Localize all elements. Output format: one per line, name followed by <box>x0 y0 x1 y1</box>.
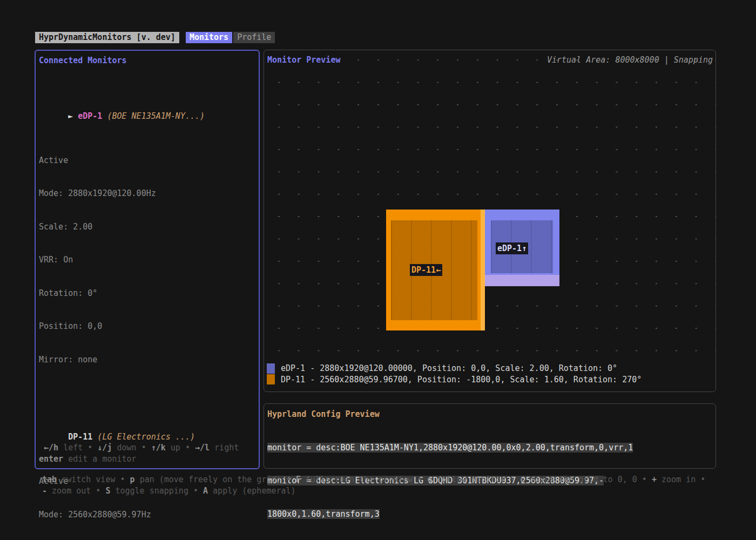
keybind-key: - <box>42 486 47 496</box>
keybind-key: A <box>203 486 208 496</box>
edp1-rotation-arrow-icon: ↑ <box>522 244 526 253</box>
monitor-mode: Mode: 2880x1920@120.00Hz <box>39 188 259 199</box>
monitor-rotation: Rotation: 0° <box>39 288 259 299</box>
dp11-label-name: DP-11 <box>411 265 436 275</box>
separator-bullet: • <box>185 443 190 453</box>
keybind-help-row-2: - zoom out • S toggle snapping • A apply… <box>42 485 724 497</box>
hyprland-config-panel: Hyprland Config Preview monitor = desc:B… <box>264 403 716 469</box>
keybind-desc: apply (ephemeral) <box>213 486 296 496</box>
separator-bullet: • <box>700 475 705 484</box>
monitor-list-item-dp11[interactable]: DP-11 (LG Electronics ...) Active Mode: … <box>39 399 259 540</box>
keybind-help-row-navigation: ←/h left • ↓/j down • ↑/k up • →/l right <box>39 442 255 454</box>
keybind-desc: pan (move freely on the grid) <box>140 475 281 484</box>
tab-monitors[interactable]: Monitors <box>186 32 232 43</box>
separator-bullet: • <box>193 486 198 496</box>
keybind-key: →/l <box>195 443 210 453</box>
monitor-scale: Scale: 2.00 <box>39 221 259 233</box>
keybind-key: S <box>105 486 110 496</box>
monitor-description: (LG Electronics ...) <box>92 432 195 442</box>
legend-text: DP-11 - 2560x2880@59.96700, Position: -1… <box>281 374 642 386</box>
monitor-mirror: Mirror: none <box>39 354 259 366</box>
keybind-key: c <box>520 475 525 484</box>
keybind-desc: left <box>63 443 83 453</box>
keybind-key: F <box>296 475 301 484</box>
connected-monitors-panel: Connected Monitors ► eDP-1 (BOE NE135A1M… <box>35 50 260 469</box>
separator-bullet: • <box>87 443 92 453</box>
keybind-key: p <box>130 475 135 484</box>
keybind-desc: fullscreen the preview <box>306 475 413 484</box>
edp1-label-name: eDP-1 <box>497 244 522 253</box>
keybind-key: ↓/j <box>97 443 112 453</box>
separator-bullet: • <box>642 475 647 484</box>
edp1-color-swatch-icon <box>267 363 275 374</box>
legend-row-edp1: eDP-1 - 2880x1920@120.00000, Position: 0… <box>267 363 642 374</box>
dp11-color-swatch-icon <box>267 374 275 384</box>
config-line-text: monitor = desc:BOE NE135A1M-NY1,2880x192… <box>267 443 633 453</box>
keybind-key: ↑/k <box>151 443 166 453</box>
keybind-desc: toggle snapping <box>115 486 188 496</box>
keybind-desc: edit a monitor <box>68 454 136 464</box>
keybind-key: tab <box>42 475 57 484</box>
separator-bullet: • <box>510 475 515 484</box>
keybind-desc: down <box>117 443 136 453</box>
preview-monitor-edp1[interactable]: eDP-1↑ <box>485 210 559 286</box>
separator-bullet: • <box>141 443 146 453</box>
separator-bullet: • <box>120 475 125 484</box>
monitor-list-keybind-help: ←/h left • ↓/j down • ↑/k up • →/l right… <box>39 442 255 464</box>
keybind-key: enter <box>39 454 63 464</box>
connected-monitors-title: Connected Monitors <box>39 55 259 66</box>
keybind-help-row-enter: enter edit a monitor <box>39 454 255 465</box>
monitor-list-item-edp1[interactable]: ► eDP-1 (BOE NE135A1M-NY...) Active Mode… <box>39 77 259 387</box>
monitor-name: DP-11 <box>68 432 92 442</box>
monitor-preview-title: Monitor Preview <box>267 55 340 66</box>
preview-monitor-dp11[interactable]: DP-11← <box>386 210 485 330</box>
separator-bullet: • <box>417 475 422 484</box>
keybind-key: ←/h <box>44 443 58 453</box>
config-panel-title: Hyprland Config Preview <box>267 409 716 420</box>
separator-bullet: • <box>96 486 100 496</box>
preview-legend: eDP-1 - 2880x1920@120.00000, Position: 0… <box>267 363 642 385</box>
monitor-mode: Mode: 2560x2880@59.97Hz <box>39 509 259 521</box>
config-line: 1800x0,1.60,transform,3 <box>267 509 716 520</box>
monitor-description: (BOE NE135A1M-NY...) <box>102 111 205 121</box>
selected-monitor-arrow-icon: ► <box>68 111 78 121</box>
keybind-key: o <box>427 475 432 484</box>
dp11-snap-edge-highlight <box>481 210 485 330</box>
monitor-name: eDP-1 <box>78 111 102 121</box>
keybind-desc: up <box>171 443 180 453</box>
separator-bullet: • <box>286 475 291 484</box>
keybind-desc: follow monitor <box>437 475 505 484</box>
edp1-label: eDP-1↑ <box>496 242 528 254</box>
keybind-key: + <box>652 475 657 484</box>
legend-row-dp11: DP-11 - 2560x2880@59.96700, Position: -1… <box>267 374 642 386</box>
virtual-area-status: Virtual Area: 8000x8000 | Snapping <box>547 55 713 66</box>
keybind-desc: zoom out <box>52 486 91 496</box>
monitor-vrr: VRR: On <box>39 254 259 266</box>
config-line: monitor = desc:BOE NE135A1M-NY1,2880x192… <box>267 442 716 454</box>
tab-bar: HyprDynamicMonitors [v. dev]MonitorsProf… <box>35 32 275 43</box>
keybind-desc: right <box>214 443 239 453</box>
monitor-preview-panel: Monitor Preview Virtual Area: 8000x8000 … <box>264 50 716 392</box>
global-keybind-help: tab switch view • p pan (move freely on … <box>42 474 724 496</box>
tab-profile[interactable]: Profile <box>233 32 275 43</box>
edp1-snap-edge-highlight <box>485 275 559 286</box>
dp11-rotation-arrow-icon: ← <box>436 265 441 275</box>
monitor-status: Active <box>39 155 259 166</box>
monitor-position: Position: 0,0 <box>39 321 259 332</box>
keybind-desc: switch view <box>62 475 115 484</box>
keybind-desc: zoom in <box>662 475 696 484</box>
app-title: HyprDynamicMonitors [v. dev] <box>35 32 179 43</box>
keybind-help-row-1: tab switch view • p pan (move freely on … <box>42 474 724 485</box>
dp11-label: DP-11← <box>410 264 442 276</box>
legend-text: eDP-1 - 2880x1920@120.00000, Position: 0… <box>281 363 617 374</box>
config-line-text: 1800x0,1.60,transform,3 <box>267 509 380 519</box>
keybind-desc: moves the grid to 0, 0 <box>530 475 637 484</box>
preview-grid[interactable]: DP-11← eDP-1↑ <box>264 50 716 363</box>
